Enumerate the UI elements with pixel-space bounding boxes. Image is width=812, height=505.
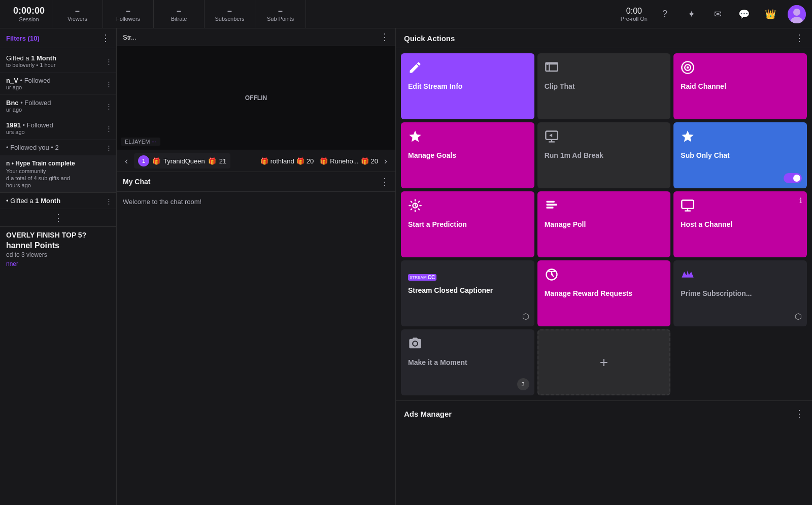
gift-count-icon: 🎁 xyxy=(361,157,369,165)
stream-captioner-tile[interactable]: STREAM CC Stream Closed Captioner ⬡ xyxy=(401,260,534,326)
session-stat: 0:00:00 Session xyxy=(6,0,52,28)
load-more-button[interactable]: ⋮ xyxy=(54,213,63,222)
activity-text: 1991 • Followed xyxy=(6,121,110,129)
clip-that-tile[interactable]: Clip That xyxy=(537,53,671,119)
inbox-icon[interactable]: ✉ xyxy=(708,5,727,23)
sub-only-chat-tile[interactable]: Sub Only Chat xyxy=(673,122,807,188)
activity-menu-button[interactable]: ⋮ xyxy=(101,33,110,43)
svg-rect-17 xyxy=(682,200,694,209)
activity-more-button[interactable]: ⋮ xyxy=(106,124,112,132)
goals-icon xyxy=(408,129,527,147)
prime-subscription-tile[interactable]: Prime Subscription... ⬡ xyxy=(673,260,807,326)
prime-icon xyxy=(681,267,800,285)
ad-break-icon xyxy=(545,129,664,147)
toggle-switch[interactable] xyxy=(784,173,802,183)
svg-rect-15 xyxy=(546,207,553,209)
quick-actions-menu-button[interactable]: ⋮ xyxy=(795,33,804,43)
main-content: Filters (10) ⋮ Gifted a 1 Month to belov… xyxy=(0,28,812,505)
right-panel: Quick Actions ⋮ Edit Stream Info xyxy=(396,28,812,505)
activity-more-button[interactable]: ⋮ xyxy=(106,102,112,110)
add-icon: + xyxy=(600,354,608,371)
activity-more-button[interactable]: ⋮ xyxy=(106,144,112,151)
session-label: Session xyxy=(19,16,39,22)
filter-label[interactable]: Filters (10) xyxy=(6,35,40,42)
ads-manager-menu-button[interactable]: ⋮ xyxy=(795,409,804,418)
chat-title: My Chat xyxy=(123,178,150,186)
manage-rewards-label: Manage Reward Requests xyxy=(545,289,664,298)
make-moment-tile[interactable]: Make it a Moment 3 xyxy=(401,329,534,395)
stream-captioner-label: Stream Closed Captioner xyxy=(408,286,527,295)
preroll-label: Pre-roll On xyxy=(621,16,648,22)
camera-icon xyxy=(408,336,527,354)
sub-only-toggle[interactable] xyxy=(784,173,802,183)
run-ad-break-label: Run 1m Ad Break xyxy=(545,151,664,160)
crown-icon[interactable]: 👑 xyxy=(761,5,780,23)
leader-count: 21 xyxy=(219,157,226,165)
manage-poll-tile[interactable]: Manage Poll xyxy=(537,191,671,257)
activity-header: Filters (10) ⋮ xyxy=(0,28,116,48)
avatar[interactable] xyxy=(788,5,806,23)
followers-value: – xyxy=(126,7,130,16)
subpoints-label: Sub Points xyxy=(267,16,294,22)
manage-rewards-tile[interactable]: Manage Reward Requests xyxy=(537,260,671,326)
preview-overlay: ELJAYEM ··· xyxy=(121,138,160,146)
activity-text: Gifted a 1 Month xyxy=(6,54,110,62)
start-prediction-tile[interactable]: Start a Prediction xyxy=(401,191,534,257)
edit-stream-info-tile[interactable]: Edit Stream Info xyxy=(401,53,534,119)
svg-rect-16 xyxy=(546,201,554,203)
raid-channel-label: Raid Channel xyxy=(681,82,800,91)
ads-manager-title: Ads Manager xyxy=(404,410,452,418)
leader-count-2: 20 xyxy=(307,157,314,165)
activity-more-button[interactable]: ⋮ xyxy=(106,80,112,87)
viewers-value: – xyxy=(75,7,80,16)
hype-train-detail: d a total of 4 sub gifts and xyxy=(6,175,110,181)
activity-more-button[interactable]: ⋮ xyxy=(106,197,112,205)
stream-preview: OFFLIN ELJAYEM ··· xyxy=(117,46,395,150)
prediction-icon xyxy=(408,198,527,216)
leader-name: TyranidQueen xyxy=(163,157,205,165)
leaderboard-item-3: 🎁 Runeho... 🎁 20 xyxy=(320,157,378,165)
leaderboard-item-2: 🎁 rothland 🎁 20 xyxy=(260,157,314,165)
topbar: 0:00:00 Session – Viewers – Followers – … xyxy=(0,0,812,28)
stream-panel: Str... ⋮ OFFLIN ELJAYEM ··· xyxy=(117,28,395,150)
raid-icon xyxy=(681,60,800,78)
prev-button[interactable]: ‹ xyxy=(123,156,130,166)
highlights-icon[interactable]: ✦ xyxy=(682,5,700,23)
quick-actions-title: Quick Actions xyxy=(404,34,455,43)
offline-label: OFFLIN xyxy=(245,94,267,102)
activity-list: Gifted a 1 Month to beloverly • 1 hour ⋮… xyxy=(0,48,116,505)
preroll-stat: 0:00 Pre-roll On xyxy=(621,7,648,22)
add-action-tile[interactable]: + xyxy=(537,329,671,395)
host-icon xyxy=(681,198,800,216)
hype-train-time: hours ago xyxy=(6,182,110,188)
gift-icon: 🎁 xyxy=(320,157,328,165)
manage-goals-tile[interactable]: Manage Goals xyxy=(401,122,534,188)
leader-count-3: 20 xyxy=(371,157,378,165)
stream-menu-button[interactable]: ⋮ xyxy=(380,32,389,42)
followers-stat: – Followers xyxy=(103,0,154,28)
prime-subscription-label: Prime Subscription... xyxy=(681,289,800,298)
chat-welcome-message: Welcome to the chat room! xyxy=(123,198,389,206)
sub-only-chat-label: Sub Only Chat xyxy=(681,151,800,160)
host-channel-tile[interactable]: ℹ Host a Channel xyxy=(673,191,807,257)
stream-header: Str... ⋮ xyxy=(117,28,395,46)
gift-count-icon: 🎁 xyxy=(296,157,304,165)
followers-label: Followers xyxy=(116,16,140,22)
chat-icon[interactable]: 💬 xyxy=(735,5,753,23)
run-ad-break-tile[interactable]: Run 1m Ad Break xyxy=(537,122,671,188)
activity-text: • Followed you • 2 xyxy=(6,144,110,151)
help-icon[interactable]: ? xyxy=(656,5,674,23)
leader-name-2: rothland xyxy=(270,157,294,165)
leaderboard-item: 1 🎁 TyranidQueen 🎁 21 xyxy=(134,153,230,169)
next-button[interactable]: › xyxy=(382,156,389,166)
raid-channel-tile[interactable]: Raid Channel xyxy=(673,53,807,119)
gift-count-icon: 🎁 xyxy=(208,157,216,165)
chat-panel: My Chat ⋮ Welcome to the chat room! xyxy=(117,172,395,505)
topbar-right: 0:00 Pre-roll On ? ✦ ✉ 💬 👑 xyxy=(621,5,806,23)
clip-that-label: Clip That xyxy=(545,82,664,91)
viewers-stat: – Viewers xyxy=(52,0,103,28)
chat-menu-button[interactable]: ⋮ xyxy=(380,177,389,186)
activity-more-button[interactable]: ⋮ xyxy=(106,57,112,65)
activity-text: Bnc • Followed xyxy=(6,99,110,107)
edit-stream-info-label: Edit Stream Info xyxy=(408,82,527,91)
